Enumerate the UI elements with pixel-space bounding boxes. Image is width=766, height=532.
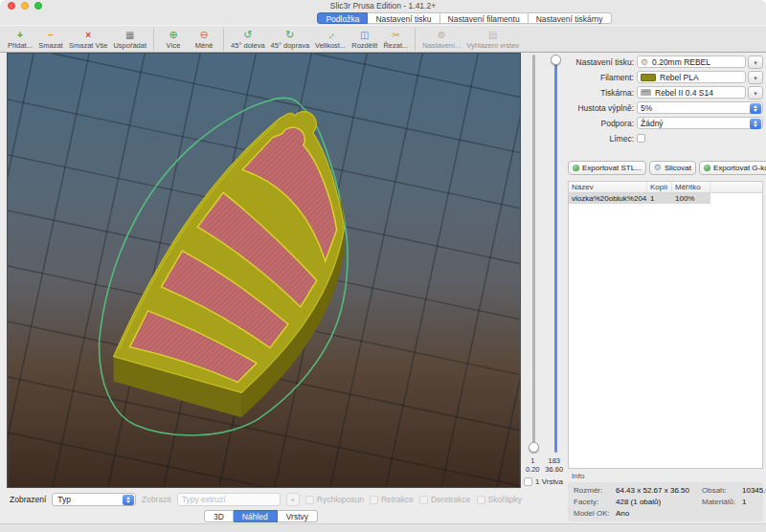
support-label: Podpora: bbox=[565, 119, 634, 128]
slice-button[interactable]: ⚙ Slicovat bbox=[649, 161, 696, 175]
table-header: Název Kopií Měřítko bbox=[569, 182, 762, 193]
gear-icon: ⚙ bbox=[438, 29, 446, 41]
zobrazit-dropdown-button[interactable]: ▾ bbox=[286, 493, 300, 506]
print-settings-dropdown-button[interactable]: ▾ bbox=[748, 55, 763, 69]
rychloposun-checkbox[interactable]: Rychloposun bbox=[305, 495, 364, 504]
min-height-value: 0.20 bbox=[522, 465, 544, 474]
object-list-table: Název Kopií Měřítko vlozka%20obluk%204.s… bbox=[568, 181, 763, 469]
materials-value: 1 bbox=[742, 498, 766, 506]
window-bottom-strip bbox=[0, 523, 766, 532]
checkbox-icon bbox=[419, 496, 428, 504]
checkbox-icon bbox=[370, 496, 378, 504]
brim-label: Límec: bbox=[565, 134, 634, 144]
size-value: 64.43 x 52.67 x 36.50 bbox=[616, 486, 702, 495]
min-layer-knob[interactable] bbox=[529, 442, 539, 453]
view-tab-vrstvy[interactable]: Vrstvy bbox=[278, 510, 318, 522]
zobrazit-label: Zobrazit bbox=[142, 495, 171, 504]
window-title: Slic3r Prusa Edition - 1.41.2+ bbox=[0, 0, 766, 11]
printer-dropdown-button[interactable]: ▾ bbox=[748, 86, 763, 100]
scale-button[interactable]: ↔ Velikost... bbox=[315, 29, 346, 50]
delete-all-button[interactable]: × Smazat Vše bbox=[69, 29, 107, 50]
stepper-icon bbox=[750, 119, 761, 129]
layers-icon: ▤ bbox=[488, 29, 497, 41]
tab-podlozka[interactable]: Podložka bbox=[317, 12, 368, 24]
table-row[interactable]: vlozka%20obluk%204.stl 1 100% bbox=[569, 193, 762, 204]
view-tab-nahled[interactable]: Náhled bbox=[234, 510, 278, 522]
max-layer-value: 183 bbox=[544, 456, 566, 465]
skorapky-checkbox[interactable]: Skořápky bbox=[477, 495, 522, 504]
settings-panel: Nastavení tisku: ⚙ 0.20mm REBEL ▾ Filame… bbox=[565, 53, 766, 523]
display-options-bar: Zobrazení Typ Zobrazit ▾ Rychloposun Ret… bbox=[0, 488, 522, 523]
fewer-copies-button[interactable]: ⊖ Méně bbox=[192, 29, 216, 50]
facets-value: 428 (1 obalů) bbox=[616, 498, 702, 506]
split-button[interactable]: ◫ Rozdělit bbox=[351, 29, 377, 50]
volume-value: 10345.69 bbox=[742, 486, 766, 495]
split-icon: ◫ bbox=[360, 29, 369, 41]
cut-button[interactable]: ✂ Řezat... bbox=[383, 29, 408, 50]
filament-field[interactable]: Rebel PLA bbox=[637, 71, 746, 83]
filament-dropdown-button[interactable]: ▾ bbox=[748, 71, 763, 84]
layer-slider-column: 1 183 0.20 36.60 1 Vrstva bbox=[522, 53, 565, 523]
minus-circle-icon: ⊖ bbox=[199, 29, 208, 41]
infill-select[interactable]: 5% bbox=[637, 101, 763, 114]
facets-label: Facety: bbox=[574, 498, 616, 506]
layer-range-min-slider[interactable] bbox=[532, 55, 535, 453]
toolbar: + Přidat... − Smazat × Smazat Vše ▦ Uspo… bbox=[0, 25, 766, 53]
tab-nastaveni-filamentu[interactable]: Nastavení filamentu bbox=[440, 12, 529, 24]
rotate-right-button[interactable]: ↻ 45° doprava bbox=[271, 29, 310, 50]
materials-label: Materiálů: bbox=[702, 498, 742, 506]
deretrakce-checkbox[interactable]: Deretrakce bbox=[419, 495, 471, 504]
export-gcode-button[interactable]: Exportovat G-kód... bbox=[699, 161, 766, 175]
tab-nastaveni-tiskarny[interactable]: Nastavení tiskárny bbox=[529, 12, 612, 24]
model-ok-label: Model OK: bbox=[574, 509, 616, 518]
delete-icon: − bbox=[48, 29, 54, 41]
3d-viewport[interactable] bbox=[7, 53, 521, 488]
filament-label: Filament: bbox=[565, 73, 634, 82]
left-column: Zobrazení Typ Zobrazit ▾ Rychloposun Ret… bbox=[0, 53, 522, 523]
view-mode-tabs: 3D Náhled Vrstvy bbox=[204, 510, 318, 522]
one-layer-checkbox[interactable]: 1 Vrstva bbox=[524, 477, 563, 486]
volume-label: Obsah: bbox=[702, 486, 742, 495]
printer-field[interactable]: Rebel II 0.4 S14 bbox=[637, 86, 746, 99]
rotate-left-button[interactable]: ↺ 45° doleva bbox=[231, 29, 265, 50]
printer-label: Tiskárna: bbox=[565, 88, 634, 98]
model-ok-value: Ano bbox=[616, 509, 702, 518]
toolbar-separator bbox=[223, 28, 224, 51]
stepper-icon bbox=[750, 103, 761, 114]
arrange-icon: ▦ bbox=[125, 29, 134, 41]
export-stl-button[interactable]: Exportovat STL... bbox=[568, 161, 646, 175]
arrange-button[interactable]: ▦ Uspořádat bbox=[113, 29, 146, 50]
retrakce-checkbox[interactable]: Retrakce bbox=[370, 495, 414, 504]
titlebar: Slic3r Prusa Edition - 1.41.2+ bbox=[0, 0, 766, 11]
gear-icon: ⚙ bbox=[641, 57, 648, 67]
layer-smoothing-button[interactable]: ▤ Vyhlazení vrstev bbox=[466, 29, 519, 50]
print-settings-field[interactable]: ⚙ 0.20mm REBEL bbox=[637, 55, 746, 68]
plus-circle-icon: ⊕ bbox=[169, 29, 177, 41]
brim-checkbox[interactable] bbox=[637, 134, 645, 143]
info-title: Info bbox=[572, 472, 763, 480]
print-preview-canvas bbox=[8, 54, 520, 487]
infill-label: Hustota výplně: bbox=[565, 103, 634, 113]
size-label: Rozměr: bbox=[574, 486, 616, 495]
add-button[interactable]: + Přidat... bbox=[8, 29, 33, 50]
support-select[interactable]: Žádný bbox=[637, 117, 763, 129]
export-icon bbox=[573, 165, 579, 171]
toolbar-separator bbox=[415, 28, 416, 51]
export-icon bbox=[704, 165, 710, 171]
view-tab-3d[interactable]: 3D bbox=[204, 510, 234, 522]
add-icon: + bbox=[17, 29, 23, 41]
more-copies-button[interactable]: ⊕ Více bbox=[161, 29, 186, 50]
layer-range-max-slider[interactable] bbox=[554, 55, 557, 453]
max-layer-knob[interactable] bbox=[551, 55, 561, 65]
printer-icon bbox=[641, 89, 651, 96]
delete-button[interactable]: − Smazat bbox=[38, 29, 63, 50]
print-settings-label: Nastavení tisku: bbox=[565, 57, 634, 67]
zobrazit-input[interactable] bbox=[177, 493, 281, 506]
tab-nastaveni-tisku[interactable]: Nastavení tisku bbox=[368, 12, 439, 24]
object-settings-button[interactable]: ⚙ Nastavení... bbox=[422, 29, 461, 50]
tab-bar: Podložka Nastavení tisku Nastavení filam… bbox=[0, 11, 766, 25]
action-buttons: Exportovat STL... ⚙ Slicovat Exportovat … bbox=[568, 161, 763, 175]
main-content: Zobrazení Typ Zobrazit ▾ Rychloposun Ret… bbox=[0, 53, 766, 523]
zobrazeni-select[interactable]: Typ bbox=[52, 493, 136, 506]
model-info-box: Rozměr: 64.43 x 52.67 x 36.50 Obsah: 103… bbox=[568, 482, 763, 521]
